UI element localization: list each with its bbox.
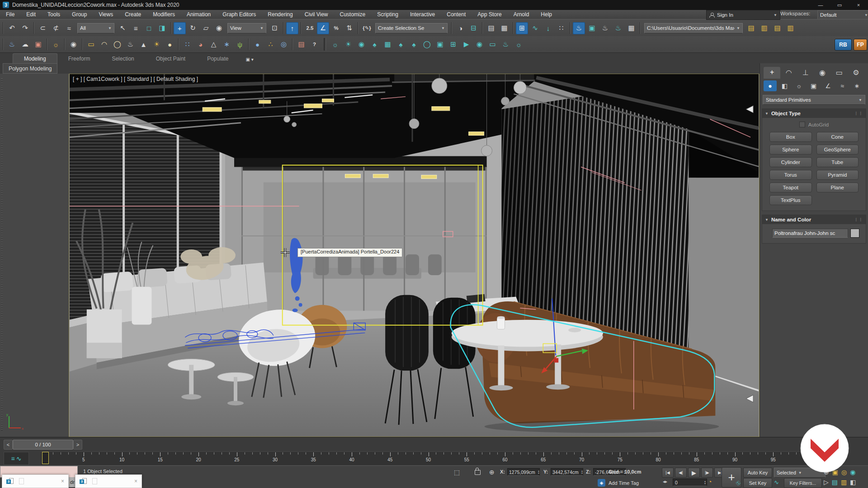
- time-ruler[interactable]: 0510152025303540455055606570758085909510…: [41, 451, 816, 465]
- tree-icon[interactable]: ♠: [395, 38, 407, 51]
- object-name-field[interactable]: Poltronafrau John-John sc: [772, 229, 848, 238]
- forest-icon[interactable]: ♠: [368, 38, 381, 51]
- percent-snap-icon[interactable]: %: [330, 22, 342, 34]
- tube-button[interactable]: Tube: [816, 157, 859, 167]
- frame-step-icon[interactable]: ◂▸: [663, 479, 667, 484]
- layer-explorer-icon[interactable]: ▦: [498, 22, 510, 34]
- toolbar-grip[interactable]: [1, 78, 3, 431]
- select-object-icon[interactable]: ↖: [117, 22, 129, 34]
- time-configuration-icon[interactable]: ◔: [708, 478, 712, 485]
- frame-spinner[interactable]: ▴▾: [703, 479, 707, 486]
- mini-curve-editor-button[interactable]: ≡∿: [4, 452, 29, 465]
- autogrid-checkbox[interactable]: [799, 122, 805, 127]
- rendered-frame-icon[interactable]: ▣: [586, 22, 598, 34]
- menu-interactive[interactable]: Interactive: [404, 10, 441, 19]
- frame-counter[interactable]: 0 / 100: [13, 440, 73, 450]
- menu-views[interactable]: Views: [93, 10, 119, 19]
- mirror-icon[interactable]: ◑: [454, 22, 467, 34]
- tree-2-icon[interactable]: ♠: [408, 38, 420, 51]
- menu-tools[interactable]: Tools: [42, 10, 66, 19]
- geosphere-button[interactable]: GeoSphere: [816, 145, 859, 155]
- select-and-place-icon[interactable]: ◉: [213, 22, 225, 34]
- render-production-icon[interactable]: ♨: [599, 22, 611, 34]
- plugin-camera-icon[interactable]: ◉: [355, 38, 368, 51]
- bind-to-space-warp-icon[interactable]: ≈: [63, 22, 75, 34]
- tab-modeling[interactable]: Modeling: [13, 53, 57, 64]
- menu-content[interactable]: Content: [441, 10, 472, 19]
- undo-icon[interactable]: ↶: [6, 22, 18, 34]
- menu-civil-view[interactable]: Civil View: [299, 10, 334, 19]
- cloud-icon[interactable]: ☁: [19, 38, 31, 51]
- menu-app-store[interactable]: App Store: [472, 10, 507, 19]
- category-space-warps[interactable]: ≈: [836, 80, 849, 91]
- expand-arrow-icon[interactable]: ▷: [824, 479, 829, 486]
- clipboard-icon[interactable]: ▤: [295, 38, 307, 51]
- snaps-toggle-icon[interactable]: 2.5: [304, 22, 316, 34]
- unlink-selection-icon[interactable]: ⊄: [50, 22, 62, 34]
- wire-teapot-icon[interactable]: ♨: [124, 38, 137, 51]
- workspace-dropdown[interactable]: Default ▼: [817, 10, 868, 19]
- time-tag-icon[interactable]: ◈: [598, 479, 605, 487]
- menu-file[interactable]: File: [0, 10, 20, 19]
- name-color-header[interactable]: ▼ Name and Color ⋮⋮: [762, 215, 866, 224]
- pan-icon[interactable]: ▤: [832, 479, 838, 486]
- auto-key-button[interactable]: Auto Key: [743, 468, 772, 478]
- script-tool-4-icon[interactable]: ▥: [784, 22, 797, 34]
- sphere-light-icon[interactable]: ●: [164, 38, 176, 51]
- polygon-modeling-tab[interactable]: Polygon Modeling: [3, 63, 57, 74]
- spot-light-icon[interactable]: ▲: [137, 38, 150, 51]
- sphere-select-icon[interactable]: ◎: [278, 38, 290, 51]
- current-frame-field[interactable]: 0: [673, 479, 707, 486]
- category-helpers[interactable]: ∠: [821, 80, 835, 91]
- select-and-move-icon[interactable]: +: [174, 22, 186, 34]
- tab-create[interactable]: +: [764, 67, 780, 79]
- rectangular-selection-icon[interactable]: □: [143, 22, 155, 34]
- arnold-teapot-icon[interactable]: ♨: [6, 38, 18, 51]
- sphere-button[interactable]: Sphere: [769, 145, 812, 155]
- category-cameras[interactable]: ▣: [807, 80, 820, 91]
- absolute-offset-icon[interactable]: ⊕: [489, 469, 495, 476]
- category-geometry[interactable]: ●: [764, 80, 777, 91]
- set-key-button[interactable]: Set Key: [743, 478, 772, 488]
- menu-create[interactable]: Create: [119, 10, 147, 19]
- camera-icon[interactable]: ◉: [67, 38, 80, 51]
- menu-help[interactable]: Help: [535, 10, 558, 19]
- viewport-label[interactable]: [ + ] [ Cam1Cowork ] [ Standard ] [ Defa…: [73, 76, 198, 82]
- close-button[interactable]: ×: [849, 0, 868, 10]
- curve-editor-icon[interactable]: ∿: [529, 22, 541, 34]
- named-selection-sets-icon[interactable]: {✎}: [361, 22, 373, 34]
- y-coordinate-field[interactable]: 3442,574cm: [551, 468, 583, 476]
- menu-group[interactable]: Group: [66, 10, 93, 19]
- go-to-start-icon[interactable]: |◀: [662, 468, 674, 478]
- key-tangent-icon[interactable]: ∿: [774, 479, 779, 486]
- ribbon-toggle-icon[interactable]: ⊞: [516, 22, 528, 34]
- light-lister-icon[interactable]: ☼: [50, 38, 62, 51]
- select-by-name-icon[interactable]: ≡: [130, 22, 142, 34]
- orbit-icon[interactable]: ◉: [850, 469, 855, 476]
- x-coordinate-field[interactable]: 1275,099cm: [507, 468, 540, 476]
- help-icon[interactable]: ?: [308, 38, 321, 51]
- tab-utilities[interactable]: ⚙: [848, 67, 864, 79]
- forest-lite-icon[interactable]: ▦: [382, 38, 394, 51]
- physical-material-icon[interactable]: ◕: [194, 38, 207, 51]
- category-shapes[interactable]: ◧: [778, 80, 791, 91]
- noise-sphere-icon[interactable]: ∗: [221, 38, 233, 51]
- tab-populate[interactable]: Populate: [196, 54, 239, 64]
- play-icon[interactable]: ▶: [688, 468, 700, 478]
- render-setup-icon[interactable]: ♨: [573, 22, 585, 34]
- next-frame-button[interactable]: >: [73, 440, 82, 450]
- menu-rendering[interactable]: Rendering: [262, 10, 298, 19]
- select-and-manipulate-icon[interactable]: ↑: [286, 22, 298, 34]
- select-and-link-icon[interactable]: ⊂: [37, 22, 49, 34]
- plane-button[interactable]: Plane: [816, 183, 859, 192]
- tab-freeform[interactable]: Freeform: [57, 54, 101, 64]
- custom-button-rb[interactable]: RB: [835, 39, 852, 51]
- time-slider[interactable]: [42, 452, 49, 464]
- tab-modify[interactable]: ◠: [780, 67, 797, 79]
- menu-customize[interactable]: Customize: [334, 10, 372, 19]
- camera-viewport[interactable]: [ + ] [ Cam1Cowork ] [ Standard ] [ Defa…: [69, 74, 760, 437]
- plugin-sun-icon[interactable]: ☀: [342, 38, 354, 51]
- tab-display[interactable]: ▭: [831, 67, 848, 79]
- grass-icon[interactable]: ψ: [234, 38, 246, 51]
- play-monitor-icon[interactable]: ▶: [460, 38, 472, 51]
